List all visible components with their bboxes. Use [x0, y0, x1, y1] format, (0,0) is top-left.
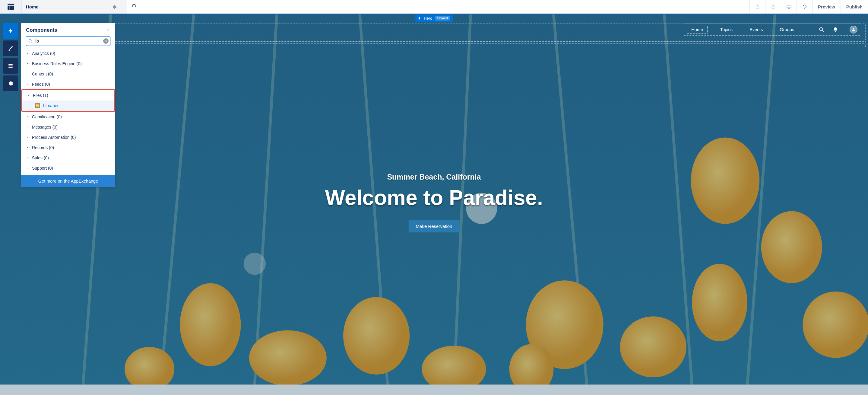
- list-icon: [8, 63, 13, 68]
- category-label: Content (0): [32, 72, 53, 76]
- rail-theme-button[interactable]: [3, 40, 18, 56]
- site-nav: Home Topics Events Groups: [684, 24, 860, 36]
- hero-title: Welcome to Paradise.: [325, 186, 543, 210]
- category-label: Feeds (0): [32, 82, 50, 87]
- user-icon: [851, 27, 856, 32]
- search-input[interactable]: [26, 36, 111, 46]
- category-label: Process Automation (0): [32, 135, 76, 140]
- gear-icon: [8, 81, 13, 86]
- hero-cta-button[interactable]: Make Reservation: [409, 220, 460, 232]
- category-row[interactable]: Process Automation (0): [21, 132, 115, 142]
- app-logo[interactable]: [0, 0, 22, 13]
- search-wrapper: [26, 36, 111, 46]
- gear-icon[interactable]: [112, 4, 117, 9]
- category-row[interactable]: Business Rules Engine (0): [21, 59, 115, 69]
- close-icon: [106, 28, 111, 32]
- canvas[interactable]: Hero Shared Home Topics Events Groups Su…: [0, 15, 868, 395]
- clear-search-button[interactable]: [103, 38, 108, 44]
- category-label: Gamification (0): [32, 114, 62, 119]
- close-icon: [105, 40, 107, 43]
- category-row[interactable]: Content (0): [21, 69, 115, 79]
- rail-page-structure-button[interactable]: [3, 58, 18, 74]
- publish-label: Publish: [846, 4, 863, 9]
- top-bar: Home Preview Publish: [0, 0, 868, 15]
- nav-item-home[interactable]: Home: [687, 26, 708, 33]
- hero-heading: Summer Beach, California Welcome to Para…: [325, 173, 543, 232]
- selected-component-name: Hero: [424, 16, 432, 21]
- nav-item-events[interactable]: Events: [745, 26, 767, 33]
- panel-body: Analytics (0)Business Rules Engine (0)Co…: [21, 48, 115, 175]
- lightning-icon: [7, 28, 13, 34]
- svg-point-27: [819, 27, 823, 31]
- search-icon: [28, 39, 33, 43]
- rail-components-button[interactable]: [3, 23, 18, 39]
- category-row[interactable]: Files (1): [22, 90, 114, 101]
- profile-avatar[interactable]: [849, 26, 858, 33]
- appexchange-link[interactable]: Get more on the AppExchange: [21, 175, 115, 187]
- undo-button[interactable]: [749, 0, 765, 13]
- redo-button[interactable]: [765, 0, 781, 13]
- svg-rect-30: [8, 64, 13, 65]
- svg-rect-3: [787, 5, 791, 8]
- category-label: Business Rules Engine (0): [32, 61, 82, 66]
- svg-rect-32: [8, 67, 13, 67]
- category-row[interactable]: Analytics (0): [21, 48, 115, 59]
- preview-button[interactable]: Preview: [812, 0, 841, 13]
- bell-icon[interactable]: [833, 27, 838, 32]
- svg-line-28: [822, 30, 824, 32]
- redo-icon: [771, 4, 776, 10]
- component-label: Libraries: [43, 103, 59, 108]
- category-row[interactable]: Records (0): [21, 142, 115, 153]
- preview-label: Preview: [818, 4, 835, 9]
- refresh-icon: [132, 4, 137, 10]
- category-label: Analytics (0): [32, 51, 55, 56]
- category-label: Messages (0): [32, 125, 58, 130]
- category-label: Sales (0): [32, 155, 49, 160]
- svg-point-33: [29, 39, 31, 42]
- close-panel-button[interactable]: [106, 28, 111, 32]
- help-button[interactable]: [797, 0, 812, 13]
- svg-rect-0: [7, 4, 14, 5]
- category-label: Records (0): [32, 145, 54, 150]
- svg-rect-31: [8, 65, 13, 66]
- svg-point-29: [852, 28, 854, 30]
- refresh-button[interactable]: [127, 0, 142, 13]
- rail-settings-button[interactable]: [3, 76, 18, 91]
- publish-button[interactable]: Publish: [841, 0, 868, 13]
- category-label: Files (1): [33, 93, 48, 98]
- category-label: Support (0): [32, 166, 53, 171]
- lightning-icon: [418, 16, 421, 20]
- svg-rect-35: [36, 105, 39, 107]
- caret-down-icon[interactable]: [120, 5, 123, 8]
- search-icon[interactable]: [819, 27, 824, 32]
- hero-subtitle: Summer Beach, California: [325, 173, 543, 181]
- undo-icon: [755, 4, 760, 10]
- category-row[interactable]: Feeds (0): [21, 79, 115, 89]
- builder-logo-icon: [7, 3, 15, 11]
- components-panel: Components Analytics (0)Business Rules E…: [21, 23, 115, 187]
- category-row[interactable]: Sales (0): [21, 153, 115, 163]
- page-selector[interactable]: Home: [22, 0, 127, 13]
- left-rail: [3, 23, 18, 91]
- svg-rect-2: [10, 6, 14, 10]
- component-item[interactable]: Libraries: [22, 101, 114, 111]
- help-icon: [802, 4, 807, 10]
- component-icon: [35, 103, 40, 108]
- nav-item-topics[interactable]: Topics: [716, 26, 737, 33]
- category-row[interactable]: Messages (0): [21, 122, 115, 132]
- panel-title: Components: [26, 27, 106, 33]
- category-row[interactable]: Support (0): [21, 163, 115, 173]
- svg-rect-1: [7, 6, 10, 10]
- device-mode-button[interactable]: [781, 0, 797, 13]
- page-title: Home: [26, 4, 112, 9]
- selected-component-shared-badge: Shared: [435, 16, 450, 21]
- category-row[interactable]: Gamification (0): [21, 112, 115, 122]
- selected-component-badge[interactable]: Hero Shared: [415, 15, 453, 22]
- brush-icon: [8, 46, 13, 51]
- svg-line-34: [31, 41, 32, 43]
- desktop-icon: [786, 4, 792, 10]
- nav-item-groups[interactable]: Groups: [775, 26, 798, 33]
